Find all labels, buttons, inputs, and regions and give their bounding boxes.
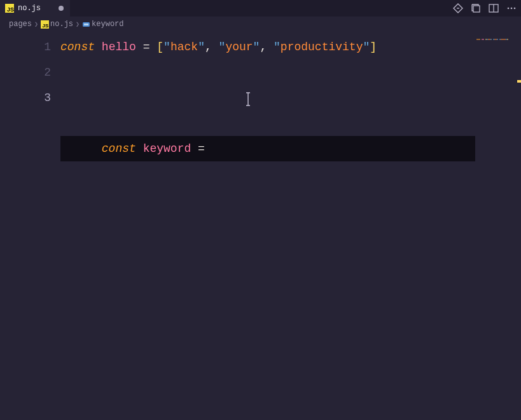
svg-point-5: [508, 8, 510, 10]
js-file-icon: JS: [5, 4, 14, 13]
code-line-1[interactable]: const hello = ["hack", "your", "producti…: [60, 34, 521, 60]
chevron-right-icon: ❯: [34, 20, 38, 28]
variable-symbol-icon: [82, 20, 90, 29]
i-beam-cursor-icon: [245, 90, 246, 103]
breadcrumb-folder[interactable]: pages: [9, 20, 32, 29]
svg-rect-2: [473, 6, 480, 12]
line-number: 1: [0, 34, 51, 60]
svg-point-6: [511, 8, 513, 10]
svg-text:JS: JS: [43, 23, 49, 29]
source-control-diff-icon[interactable]: [452, 3, 464, 14]
tab-label: no.js: [18, 4, 41, 13]
chevron-right-icon: ❯: [76, 20, 80, 28]
svg-point-7: [514, 8, 516, 10]
split-editor-icon[interactable]: [488, 3, 499, 14]
more-actions-icon[interactable]: [506, 3, 517, 14]
code-content[interactable]: const hello = ["hack", "your", "producti…: [60, 32, 521, 420]
breadcrumb-symbol[interactable]: keyword: [82, 20, 123, 29]
svg-text:JS: JS: [7, 6, 14, 13]
line-number: 3: [0, 85, 51, 111]
svg-rect-11: [84, 24, 88, 25]
minimap[interactable]: [476, 32, 515, 39]
editor-area[interactable]: 1 2 3 const hello = ["hack", "your", "pr…: [0, 32, 521, 420]
line-number-gutter: 1 2 3: [0, 32, 60, 420]
scrollbar-diagnostic-marker: [517, 80, 521, 83]
js-file-icon: JS: [41, 20, 49, 29]
scrollbar[interactable]: [517, 32, 521, 420]
code-line-2[interactable]: [60, 60, 521, 85]
breadcrumb-file[interactable]: JS no.js: [41, 20, 73, 29]
split-editor-secondary-icon[interactable]: [470, 3, 482, 14]
breadcrumb: pages ❯ JS no.js ❯ keyword: [0, 17, 521, 32]
tab-no-js[interactable]: JS no.js: [0, 0, 70, 17]
unsaved-dot-icon: [59, 6, 64, 11]
code-line-3[interactable]: const keyword =: [60, 85, 521, 111]
line-number: 2: [0, 60, 51, 85]
